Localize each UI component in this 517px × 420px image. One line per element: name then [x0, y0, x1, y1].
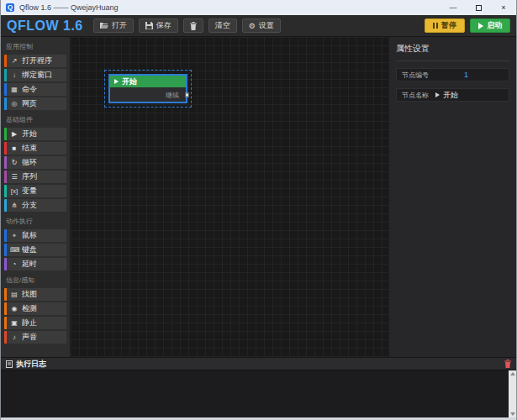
node-header[interactable]: 开始 [110, 76, 186, 87]
pause-button[interactable]: 暂停 [425, 18, 465, 33]
section-header-basic-components: 基础组件 [1, 112, 70, 126]
timer-icon: ◔ [10, 260, 18, 268]
pause-icon [433, 23, 438, 29]
node-body: 继续 [110, 87, 186, 102]
sidebar-item-label: 检测 [22, 303, 37, 314]
clear-button[interactable]: 清空 [208, 18, 237, 33]
sidebar-item-idle[interactable]: ▣ 静止 [4, 317, 66, 329]
maximize-icon [476, 5, 482, 11]
scroll-down-icon[interactable] [510, 412, 515, 416]
app-window: Q Qflow 1.6 —— QwejayHuang — × QFLOW 1.6… [0, 0, 517, 420]
node-id-label: 节点编号 [402, 71, 429, 80]
sidebar-item-branch[interactable]: ⋔ 分支 [4, 199, 66, 212]
node-id-field[interactable]: 节点编号 1 [396, 68, 509, 81]
sidebar-item-label: 循环 [22, 157, 37, 168]
sidebar-item-label: 延时 [22, 259, 37, 270]
sidebar-item-label: 变量 [22, 186, 37, 197]
start-button-label: 启动 [487, 20, 502, 31]
sidebar-item-sequence[interactable]: ☰ 序列 [4, 171, 66, 183]
flow-canvas[interactable]: 开始 继续 [71, 37, 388, 357]
node-start[interactable]: 开始 继续 [108, 74, 187, 103]
settings-button[interactable]: ⚙ 设置 [242, 18, 281, 33]
sidebar-item-label: 命令 [22, 84, 37, 95]
sidebar-item-keyboard[interactable]: ⌨ 键盘 [4, 244, 66, 256]
log-output-area[interactable] [1, 370, 516, 417]
save-button[interactable]: 保存 [139, 18, 178, 33]
trash-icon [190, 22, 197, 30]
window-title: Qflow 1.6 —— QwejayHuang [19, 3, 441, 12]
node-title: 开始 [122, 76, 137, 87]
node-id-value: 1 [429, 71, 504, 79]
properties-panel: 属性设置 节点编号 1 节点名称 开始 [388, 37, 516, 357]
sidebar-item-loop[interactable]: ↻ 循环 [4, 156, 66, 169]
toolbar: QFLOW 1.6 打开 保存 清空 ⚙ 设置 暂停 启动 [1, 15, 516, 37]
sidebar-item-label: 绑定窗口 [22, 70, 52, 81]
section-header-perception: 信息/感知 [1, 272, 70, 286]
node-name-play-icon [435, 92, 440, 97]
app-icon: Q [6, 3, 14, 12]
node-name-field[interactable]: 节点名称 开始 [396, 88, 509, 102]
sidebar-item-label: 静止 [22, 318, 37, 328]
properties-title: 属性设置 [396, 43, 509, 61]
node-name-value: 开始 [443, 90, 458, 101]
sidebar-item-end[interactable]: ■ 结束 [4, 142, 66, 155]
clear-button-label: 清空 [215, 20, 230, 31]
sidebar-item-label: 鼠标 [22, 230, 37, 241]
save-icon [145, 22, 153, 29]
start-icon: ▶ [10, 130, 18, 138]
sidebar-item-variable[interactable]: [x] 变量 [4, 185, 66, 197]
loop-icon: ↻ [10, 159, 18, 166]
open-button[interactable]: 打开 [93, 18, 134, 33]
node-output-port[interactable] [185, 92, 189, 97]
close-button[interactable]: × [491, 0, 516, 15]
variable-icon: [x] [10, 187, 18, 195]
branch-icon: ⋔ [10, 202, 18, 209]
sidebar-item-sound[interactable]: ♪ 声音 [4, 331, 66, 344]
sound-icon: ♪ [10, 333, 18, 341]
sidebar-item-label: 结束 [22, 143, 37, 154]
sidebar-item-start[interactable]: ▶ 开始 [4, 128, 66, 140]
terminal-icon: ▦ [10, 86, 18, 93]
sidebar-item-bind-window[interactable]: ↓ 绑定窗口 [4, 69, 66, 81]
log-header: 执行日志 [1, 357, 516, 370]
window-controls: — × [441, 0, 516, 15]
start-button[interactable]: 启动 [470, 18, 510, 33]
sidebar-item-webpage[interactable]: ◎ 网页 [4, 97, 66, 110]
gear-icon: ⚙ [249, 22, 256, 30]
folder-open-icon [100, 22, 108, 29]
titlebar: Q Qflow 1.6 —— QwejayHuang — × [1, 0, 516, 15]
sidebar-item-label: 网页 [22, 98, 37, 109]
maximize-button[interactable] [466, 0, 491, 15]
sidebar-item-label: 声音 [22, 332, 37, 343]
mouse-icon: ⌖ [10, 232, 18, 240]
sidebar-item-detect[interactable]: ◉ 检测 [4, 302, 66, 315]
sidebar-item-label: 找图 [22, 289, 37, 300]
webpage-icon: ◎ [10, 100, 18, 108]
component-sidebar: 应用控制 ↗ 打开程序 ↓ 绑定窗口 ▦ 命令 ◎ 网页 基础组件 ▶ 开始 [1, 37, 71, 357]
keyboard-icon: ⌨ [10, 246, 18, 254]
node-play-icon [114, 79, 119, 84]
sidebar-item-mouse[interactable]: ⌖ 鼠标 [4, 229, 66, 242]
sidebar-item-label: 序列 [22, 171, 37, 182]
sidebar-item-label: 开始 [22, 129, 37, 139]
app-logo: QFLOW 1.6 [7, 18, 83, 34]
sidebar-item-delay[interactable]: ◔ 延时 [4, 258, 66, 270]
delete-button[interactable] [183, 18, 203, 33]
settings-button-label: 设置 [259, 20, 274, 31]
sidebar-item-open-program[interactable]: ↗ 打开程序 [4, 55, 66, 67]
detect-icon: ◉ [10, 305, 18, 312]
sidebar-item-find-image[interactable]: ▤ 找图 [4, 288, 66, 301]
save-button-label: 保存 [156, 20, 171, 31]
log-scrollbar[interactable] [509, 370, 516, 417]
sidebar-item-label: 分支 [22, 200, 37, 211]
scroll-up-icon[interactable] [510, 372, 515, 375]
sidebar-item-command[interactable]: ▦ 命令 [4, 83, 66, 96]
main-area: 应用控制 ↗ 打开程序 ↓ 绑定窗口 ▦ 命令 ◎ 网页 基础组件 ▶ 开始 [1, 37, 516, 357]
node-port-label: 继续 [166, 90, 179, 99]
stop-icon: ■ [10, 144, 18, 152]
minimize-button[interactable]: — [441, 0, 466, 15]
bind-window-icon: ↓ [10, 71, 18, 79]
find-image-icon: ▤ [10, 291, 18, 298]
section-header-app-control: 应用控制 [1, 39, 70, 53]
node-name-label: 节点名称 [402, 91, 429, 100]
